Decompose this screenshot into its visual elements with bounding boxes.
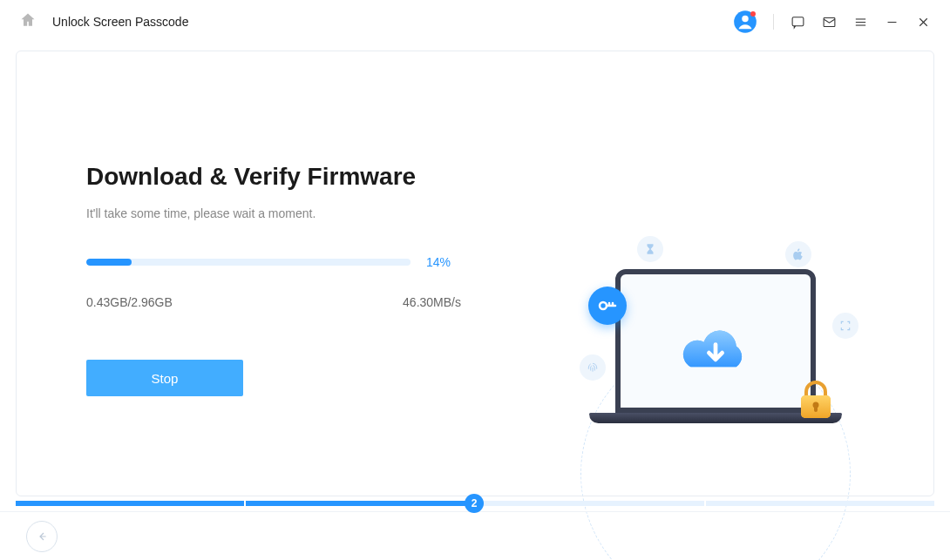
notification-dot-icon	[750, 11, 756, 17]
menu-icon[interactable]	[852, 14, 868, 30]
step-bar: 2	[16, 501, 934, 506]
svg-rect-14	[814, 406, 818, 412]
step-2: 2	[246, 501, 474, 506]
scan-icon	[832, 313, 858, 339]
minimize-icon[interactable]	[884, 14, 899, 30]
step-marker: 2	[465, 494, 484, 513]
progress-row: 14%	[86, 255, 461, 269]
svg-rect-2	[792, 17, 804, 25]
step-1	[16, 501, 244, 506]
header-left: Unlock Screen Passcode	[19, 11, 188, 32]
main-card: Download & Verify Firmware It'll take so…	[16, 51, 934, 496]
cloud-download-icon	[675, 321, 757, 378]
mail-icon[interactable]	[821, 14, 837, 30]
divider	[773, 14, 774, 30]
svg-point-1	[742, 16, 748, 22]
header-bar: Unlock Screen Passcode	[0, 0, 950, 44]
apple-icon	[785, 241, 811, 267]
svg-rect-3	[824, 17, 835, 26]
home-icon[interactable]	[19, 11, 37, 32]
heading: Download & Verify Firmware	[86, 163, 461, 191]
back-button[interactable]	[26, 521, 58, 552]
feedback-icon[interactable]	[790, 14, 805, 30]
lock-icon	[794, 378, 838, 422]
profile-icon[interactable]	[733, 10, 757, 34]
progress-percent: 14%	[426, 255, 461, 269]
close-icon[interactable]	[915, 14, 931, 30]
fingerprint-icon	[580, 354, 606, 381]
stop-button[interactable]: Stop	[86, 360, 243, 396]
footer	[0, 511, 950, 560]
page-title: Unlock Screen Passcode	[52, 15, 188, 29]
download-size: 0.43GB/2.96GB	[86, 295, 173, 309]
stats-row: 0.43GB/2.96GB 46.30MB/s	[86, 295, 461, 309]
key-badge-icon	[588, 287, 627, 325]
step-3	[476, 501, 704, 506]
download-speed: 46.30MB/s	[403, 295, 461, 309]
progress-fill	[86, 259, 132, 266]
content-left: Download & Verify Firmware It'll take so…	[86, 163, 461, 396]
subheading: It'll take some time, please wait a mome…	[86, 206, 461, 220]
step-4	[706, 501, 934, 506]
header-right	[733, 10, 931, 34]
progress-bar	[86, 259, 411, 266]
illustration	[567, 217, 864, 443]
hourglass-icon	[637, 236, 663, 262]
